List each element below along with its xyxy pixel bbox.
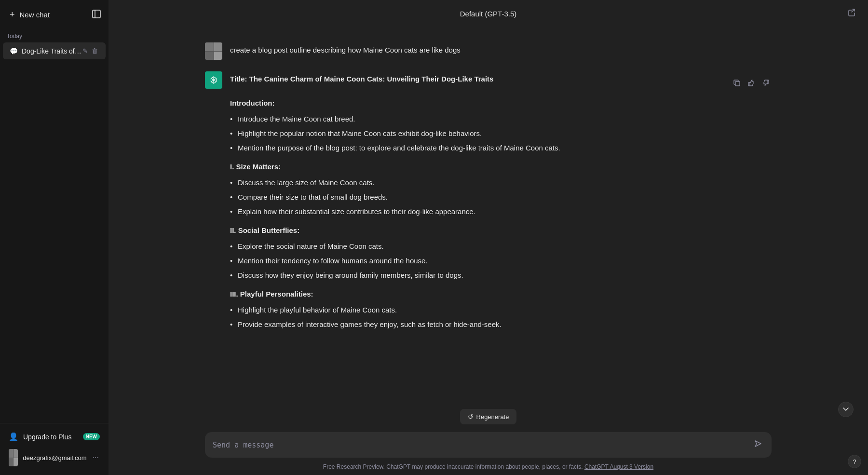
message-actions: [731, 77, 772, 90]
main-header: Default (GPT-3.5): [108, 0, 868, 27]
upgrade-label: Upgrade to Plus: [23, 433, 71, 441]
copy-button[interactable]: [731, 77, 743, 90]
list-item: Explain how their substantial size contr…: [230, 204, 772, 219]
footer-text: Free Research Preview. ChatGPT may produ…: [323, 463, 583, 470]
avatar-cell-2: [14, 449, 18, 458]
list-item: Discuss how they enjoy being around fami…: [230, 268, 772, 283]
assistant-avatar: [205, 71, 222, 89]
user-message-row: create a blog post outline describing ho…: [108, 37, 868, 66]
avatar-cell-3: [9, 458, 13, 467]
thumbs-up-icon: [747, 79, 755, 87]
sidebar: + New chat Today 💬 Dog-Like Traits of Ma…: [0, 0, 108, 475]
section-list-2: Explore the social nature of Maine Coon …: [230, 239, 772, 283]
share-icon: [848, 8, 856, 17]
user-menu-button[interactable]: ···: [92, 452, 100, 463]
regenerate-area: ↺ Regenerate: [108, 409, 868, 424]
layout-icon: [92, 10, 101, 18]
assistant-message-row: Title: The Canine Charm of Maine Coon Ca…: [108, 66, 868, 340]
plus-icon: +: [10, 10, 15, 20]
list-item: Compare their size to that of small dog …: [230, 190, 772, 204]
footer-link[interactable]: ChatGPT August 3 Version: [584, 463, 653, 470]
share-button[interactable]: [846, 6, 858, 21]
mc3: [205, 52, 214, 60]
user-name: deezgrafix@gmail.com: [23, 454, 86, 461]
chevron-down-icon: [842, 406, 849, 413]
list-item: Explore the social nature of Maine Coon …: [230, 239, 772, 254]
user-row[interactable]: deezgrafix@gmail.com ···: [4, 445, 105, 470]
mc2: [214, 42, 223, 51]
chat-bubble-icon: 💬: [10, 47, 18, 55]
delete-chat-button[interactable]: 🗑: [91, 46, 99, 55]
list-item: Highlight the popular notion that Maine …: [230, 126, 772, 141]
avatar-cell-4: [14, 458, 18, 467]
user-message-content: create a blog post outline describing ho…: [230, 42, 772, 60]
thumbs-down-icon: [762, 79, 770, 87]
header-right: [516, 6, 858, 21]
regenerate-label: Regenerate: [476, 413, 509, 421]
upgrade-button[interactable]: 👤 Upgrade to Plus NEW: [4, 428, 105, 445]
help-button[interactable]: ?: [848, 455, 861, 468]
assistant-title-row: Title: The Canine Charm of Maine Coon Ca…: [230, 73, 772, 92]
assistant-message-content: Title: The Canine Charm of Maine Coon Ca…: [230, 71, 772, 335]
person-icon: 👤: [9, 432, 18, 441]
sidebar-header: + New chat: [0, 0, 108, 29]
model-label: Default (GPT-3.5): [460, 10, 517, 18]
new-badge: NEW: [83, 433, 100, 440]
mc1: [205, 42, 214, 51]
section-today-label: Today: [0, 29, 108, 41]
chat-item[interactable]: 💬 Dog-Like Traits of Main ✎ 🗑: [3, 42, 106, 59]
section-list-0: Introduce the Maine Coon cat breed. High…: [230, 112, 772, 155]
user-message-avatar: [205, 42, 222, 60]
assistant-title: Title: The Canine Charm of Maine Coon Ca…: [230, 73, 493, 85]
help-area: ?: [848, 455, 861, 468]
chat-area: create a blog post outline describing ho…: [108, 27, 868, 409]
thumbs-up-button[interactable]: [746, 77, 757, 90]
list-item: Introduce the Maine Coon cat breed.: [230, 112, 772, 126]
sidebar-footer: 👤 Upgrade to Plus NEW deezgrafix@gmail.c…: [0, 423, 108, 475]
svg-rect-0: [93, 10, 100, 18]
copy-icon: [733, 79, 741, 87]
list-item: Provide examples of interactive games th…: [230, 317, 772, 332]
svg-rect-3: [735, 81, 740, 86]
refresh-icon: ↺: [468, 413, 474, 421]
section-heading-0: Introduction:: [230, 97, 772, 109]
section-heading-1: I. Size Matters:: [230, 161, 772, 173]
chat-item-actions: ✎ 🗑: [81, 46, 99, 55]
list-item: Mention their tendency to follow humans …: [230, 254, 772, 268]
chat-item-left: 💬 Dog-Like Traits of Main: [10, 47, 81, 55]
list-item: Highlight the playful behavior of Maine …: [230, 303, 772, 317]
section-heading-3: III. Playful Personalities:: [230, 288, 772, 300]
gpt-logo-icon: [205, 71, 222, 89]
edit-chat-button[interactable]: ✎: [81, 46, 89, 55]
footer-notice: Free Research Preview. ChatGPT may produ…: [108, 461, 868, 475]
send-icon: [754, 440, 762, 448]
user-avatar: [9, 449, 18, 466]
message-input[interactable]: [213, 441, 747, 449]
sidebar-toggle-button[interactable]: [89, 7, 104, 23]
regenerate-button[interactable]: ↺ Regenerate: [460, 409, 517, 424]
list-item: Mention the purpose of the blog post: to…: [230, 141, 772, 155]
new-chat-button[interactable]: + New chat: [5, 7, 89, 23]
input-container: [205, 432, 772, 458]
section-list-1: Discuss the large size of Maine Coon cat…: [230, 176, 772, 219]
section-heading-2: II. Social Butterflies:: [230, 225, 772, 236]
send-button[interactable]: [752, 438, 764, 452]
mc4: [214, 52, 223, 60]
scroll-down-button[interactable]: [838, 402, 854, 417]
input-area: [108, 427, 868, 461]
main-area: Default (GPT-3.5) create a blog post out…: [108, 0, 868, 475]
chat-item-label: Dog-Like Traits of Main: [22, 47, 81, 55]
new-chat-label: New chat: [20, 11, 50, 19]
thumbs-down-button[interactable]: [760, 77, 772, 90]
list-item: Discuss the large size of Maine Coon cat…: [230, 176, 772, 190]
user-message-text: create a blog post outline describing ho…: [230, 44, 772, 56]
section-list-3: Highlight the playful behavior of Maine …: [230, 303, 772, 332]
avatar-cell-1: [9, 449, 13, 458]
